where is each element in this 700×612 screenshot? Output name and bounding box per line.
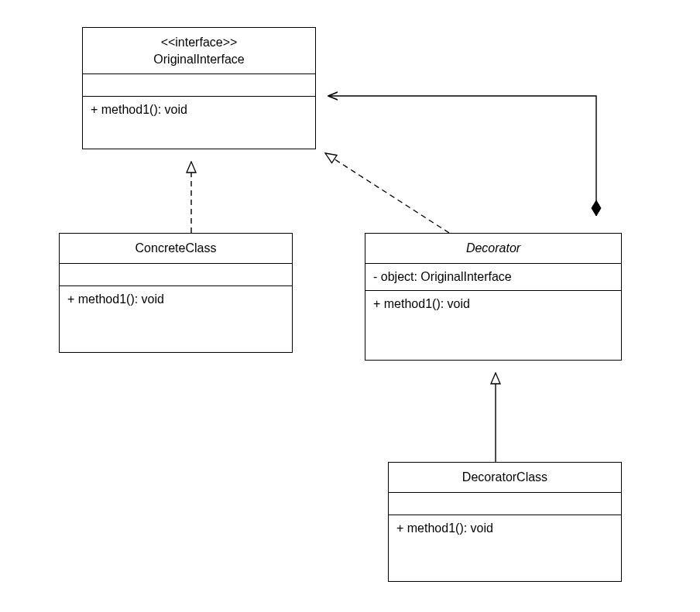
class-title: <<interface>> OriginalInterface xyxy=(83,28,315,74)
class-title: ConcreteClass xyxy=(60,234,292,263)
method-label: + method1(): void xyxy=(396,521,493,535)
attributes-section xyxy=(83,74,315,96)
class-name: DecoratorClass xyxy=(396,469,613,486)
class-name: OriginalInterface xyxy=(91,51,307,68)
method-label: + method1(): void xyxy=(67,292,164,306)
methods-section: + method1(): void xyxy=(365,290,621,360)
class-concrete: ConcreteClass + method1(): void xyxy=(59,233,293,353)
attributes-section xyxy=(389,492,621,515)
attributes-section: - object: OriginalInterface xyxy=(365,263,621,290)
attributes-section xyxy=(60,263,292,285)
stereotype-label: <<interface>> xyxy=(91,34,307,51)
class-title: DecoratorClass xyxy=(389,463,621,492)
methods-section: + method1(): void xyxy=(83,96,315,123)
methods-section: + method1(): void xyxy=(60,285,292,352)
attribute-label: - object: OriginalInterface xyxy=(373,270,512,283)
methods-section: + method1(): void xyxy=(389,515,621,581)
class-decorator: Decorator - object: OriginalInterface + … xyxy=(365,233,622,361)
connector-decorator-to-interface-realize xyxy=(325,153,449,233)
class-original-interface: <<interface>> OriginalInterface + method… xyxy=(82,27,316,149)
class-title: Decorator xyxy=(365,234,621,263)
connector-decorator-composition-to-interface xyxy=(328,96,596,216)
class-decorator-class: DecoratorClass + method1(): void xyxy=(388,462,622,582)
method-label: + method1(): void xyxy=(373,297,470,310)
method-label: + method1(): void xyxy=(91,103,187,116)
class-name: ConcreteClass xyxy=(67,240,284,257)
class-name: Decorator xyxy=(373,240,613,257)
